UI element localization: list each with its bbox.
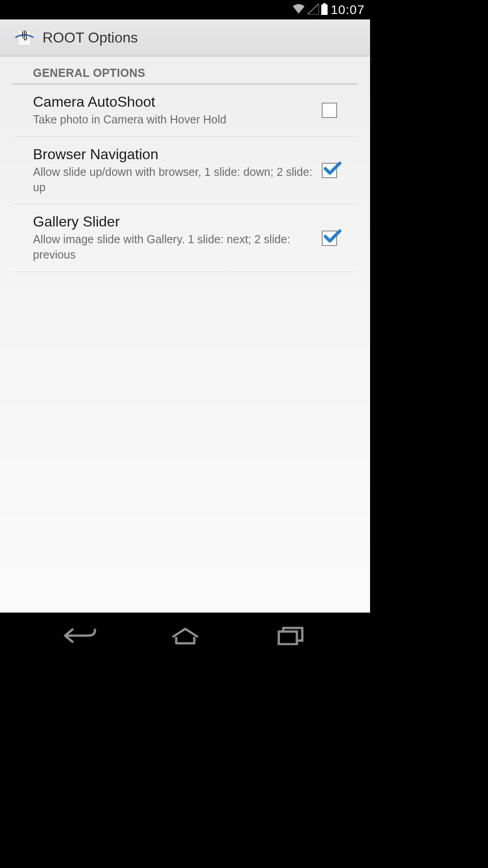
- navigation-bar: [0, 613, 370, 658]
- checkmark-icon: [324, 160, 342, 177]
- setting-desc: Take photo in Camera with Hover Hold: [33, 112, 313, 127]
- setting-title: Browser Navigation: [33, 146, 313, 163]
- setting-browser-navigation[interactable]: Browser Navigation Allow slide up/down w…: [13, 137, 357, 205]
- setting-desc: Allow image slide with Gallery. 1 slide:…: [33, 232, 313, 263]
- svg-rect-0: [323, 3, 326, 5]
- page-title: ROOT Options: [42, 29, 138, 46]
- setting-text: Camera AutoShoot Take photo in Camera wi…: [33, 94, 313, 127]
- checkmark-icon: [324, 228, 342, 245]
- back-button[interactable]: [62, 624, 98, 647]
- setting-title: Camera AutoShoot: [33, 94, 313, 110]
- setting-text: Gallery Slider Allow image slide with Ga…: [33, 213, 313, 263]
- setting-text: Browser Navigation Allow slide up/down w…: [33, 146, 313, 195]
- wifi-icon: [292, 4, 305, 16]
- setting-gallery-slider[interactable]: Gallery Slider Allow image slide with Ga…: [13, 204, 357, 272]
- svg-rect-1: [321, 5, 328, 15]
- setting-camera-autoshoot[interactable]: Camera AutoShoot Take photo in Camera wi…: [13, 85, 357, 137]
- cell-signal-icon: [307, 4, 319, 16]
- settings-content: GENERAL OPTIONS Camera AutoShoot Take ph…: [0, 57, 370, 613]
- status-time: 10:07: [331, 3, 365, 17]
- app-header: ROOT Options: [0, 19, 370, 57]
- status-icons: [292, 3, 328, 17]
- battery-icon: [321, 3, 328, 17]
- setting-title: Gallery Slider: [33, 213, 313, 230]
- svg-rect-3: [279, 632, 297, 644]
- checkbox-camera-autoshoot[interactable]: [322, 103, 337, 118]
- status-bar: 10:07: [0, 0, 370, 19]
- setting-desc: Allow slide up/down with browser, 1 slid…: [33, 165, 313, 195]
- checkbox-gallery-slider[interactable]: [322, 231, 337, 246]
- checkbox-browser-navigation[interactable]: [322, 163, 337, 178]
- section-header-text: GENERAL OPTIONS: [33, 66, 345, 80]
- recent-apps-button[interactable]: [272, 624, 309, 647]
- section-header: GENERAL OPTIONS: [13, 61, 357, 85]
- home-button[interactable]: [167, 624, 203, 647]
- app-icon: [14, 28, 34, 47]
